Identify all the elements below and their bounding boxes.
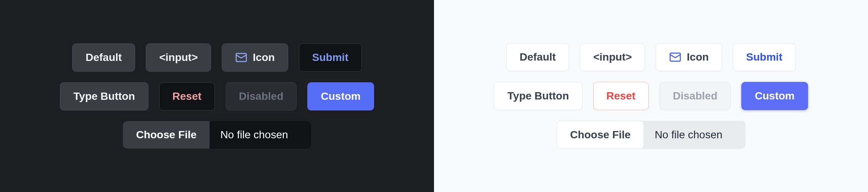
button-row-2: Type Button Reset Disabled Custom — [60, 82, 374, 110]
light-theme-panel: Default <input> Icon Submit Type Button … — [434, 0, 868, 192]
file-row: Choose File No file chosen — [123, 121, 311, 149]
button-row-1: Default <input> Icon Submit — [506, 43, 795, 71]
type-button[interactable]: Type Button — [60, 82, 148, 110]
mail-icon — [669, 51, 681, 63]
input-button[interactable]: <input> — [580, 43, 645, 71]
submit-button[interactable]: Submit — [299, 43, 362, 72]
submit-button[interactable]: Submit — [733, 43, 796, 71]
reset-button[interactable]: Reset — [159, 82, 215, 110]
choose-file-button[interactable]: Choose File — [557, 121, 644, 149]
icon-button-label: Icon — [253, 51, 275, 64]
icon-button[interactable]: Icon — [656, 43, 722, 71]
icon-button-label: Icon — [687, 51, 709, 63]
button-row-1: Default <input> Icon Submit — [72, 43, 361, 72]
icon-button[interactable]: Icon — [222, 43, 288, 72]
default-button[interactable]: Default — [72, 43, 135, 72]
input-button[interactable]: <input> — [146, 43, 211, 72]
file-input[interactable]: Choose File No file chosen — [123, 121, 311, 149]
reset-button[interactable]: Reset — [593, 82, 649, 110]
file-status-text: No file chosen — [644, 121, 745, 149]
custom-button[interactable]: Custom — [307, 82, 374, 110]
file-status-text: No file chosen — [210, 121, 311, 149]
mail-icon — [235, 51, 247, 64]
choose-file-button[interactable]: Choose File — [123, 121, 210, 149]
dark-theme-panel: Default <input> Icon Submit Type Button … — [0, 0, 434, 192]
disabled-button: Disabled — [226, 82, 297, 110]
file-row: Choose File No file chosen — [557, 121, 745, 149]
custom-button[interactable]: Custom — [741, 82, 808, 110]
default-button[interactable]: Default — [506, 43, 569, 71]
type-button[interactable]: Type Button — [494, 82, 582, 110]
disabled-button: Disabled — [660, 82, 731, 110]
file-input[interactable]: Choose File No file chosen — [557, 121, 745, 149]
button-row-2: Type Button Reset Disabled Custom — [494, 82, 808, 110]
